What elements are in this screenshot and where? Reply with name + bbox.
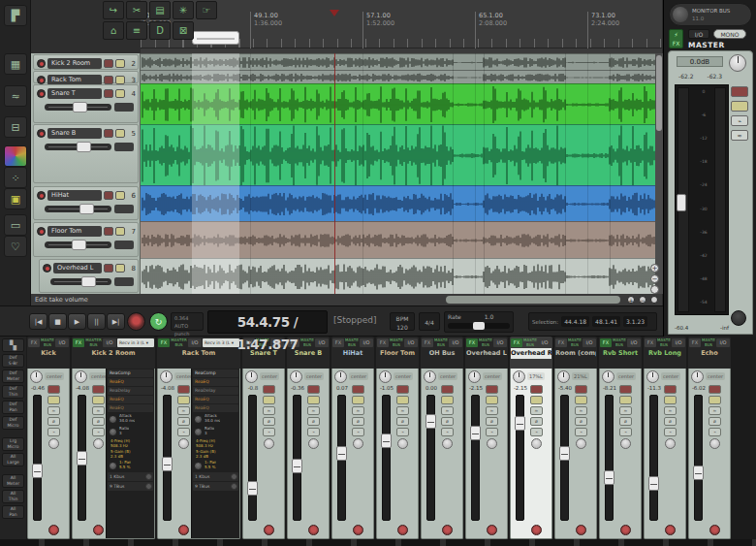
track-io-button[interactable]: [114, 277, 134, 286]
send-slot[interactable]: 9 TBus: [193, 482, 238, 491]
strip-width-knob[interactable]: [709, 438, 720, 449]
strip-name-label[interactable]: Floor Tom: [377, 348, 418, 359]
strip-record-arm-button[interactable]: [487, 525, 497, 535]
mixer-strip-snare-t[interactable]: FXMASTERBUSI/OSnare Tcenter-0.8≈ø⌁: [242, 337, 285, 539]
strip-pan-knob[interactable]: [30, 370, 43, 383]
strip-solo-button[interactable]: [486, 396, 498, 404]
strip-phase-button[interactable]: ø: [396, 417, 409, 426]
strip-recv-button[interactable]: ≈: [619, 406, 632, 415]
strip-pan-knob[interactable]: [379, 370, 392, 383]
strip-env-button[interactable]: ⌁: [396, 428, 409, 436]
strip-name-label[interactable]: Rvb Long: [645, 348, 685, 359]
strip-phase-button[interactable]: ø: [664, 417, 677, 426]
go-to-end-button[interactable]: ▶|: [107, 313, 125, 330]
strip-fader-handle[interactable]: [381, 434, 392, 448]
fx-slot[interactable]: ReaDelay: [193, 387, 238, 395]
mixer-preset-button-lrg-micro[interactable]: LrgMicro: [2, 437, 24, 451]
track-name-label[interactable]: Kick 2 Room: [47, 58, 102, 69]
tcp-mcp-icon[interactable]: ⊟: [4, 116, 27, 138]
mute-button[interactable]: [104, 129, 113, 138]
monitor-icon[interactable]: ▭: [4, 214, 27, 236]
strip-fader-handle[interactable]: [247, 481, 258, 496]
strip-solo-button[interactable]: [47, 396, 60, 404]
strip-pan-knob[interactable]: [424, 370, 436, 383]
strip-record-arm-button[interactable]: [709, 525, 720, 535]
strip-recv-button[interactable]: ≈: [263, 406, 275, 415]
mixer-preset-button-def-s-br[interactable]: DefS-Br: [2, 354, 24, 368]
strip-fader[interactable]: [382, 395, 391, 521]
record-arm-button[interactable]: [37, 191, 46, 200]
fx-param-readout[interactable]: 4-Freq (H)508.3 Hz: [108, 438, 153, 448]
mixer-strip-kick[interactable]: FXMASTERBUSI/OKickcenter-0.46≈ø⌁: [27, 337, 70, 539]
master-meter[interactable]: 0-6-12-18-24-30-36-42-48-54: [675, 84, 729, 315]
stop-button[interactable]: ■: [48, 313, 67, 330]
strip-fader-handle[interactable]: [648, 476, 659, 491]
fx-slot[interactable]: ReaEQ: [193, 396, 238, 403]
bpm-box[interactable]: BPM 120: [390, 312, 415, 331]
monitor-fx-slot[interactable]: MONITOR BUS 11.0: [669, 3, 752, 26]
strip-record-arm-button[interactable]: [576, 525, 586, 535]
strip-solo-button[interactable]: [619, 396, 632, 404]
strip-record-arm-button[interactable]: [353, 525, 363, 535]
fx-pan-knob[interactable]: [109, 462, 117, 470]
strip-recv-button[interactable]: ≈: [177, 406, 190, 415]
rate-slider-handle[interactable]: [473, 322, 485, 330]
record-arm-button[interactable]: [37, 227, 46, 236]
strip-mute-button[interactable]: [92, 385, 105, 394]
strip-phase-button[interactable]: ø: [352, 417, 364, 426]
solo-button[interactable]: [115, 129, 125, 138]
strip-mute-button[interactable]: [352, 385, 364, 394]
fx-param-knob-row[interactable]: Attack34.0 ms: [108, 413, 153, 425]
strip-width-knob[interactable]: [665, 438, 676, 449]
track-name-label[interactable]: Snare T: [47, 88, 102, 99]
strip-fader-handle[interactable]: [604, 470, 614, 485]
vertical-scrollbar[interactable]: [655, 53, 663, 294]
strip-fader[interactable]: [471, 395, 480, 521]
strip-fx-button[interactable]: FX: [645, 338, 656, 347]
zoom-out-button[interactable]: −: [650, 274, 659, 283]
strip-pan-knob[interactable]: [160, 370, 173, 383]
strip-width-knob[interactable]: [576, 438, 586, 449]
strip-record-arm-button[interactable]: [178, 525, 189, 535]
strip-record-arm-button[interactable]: [531, 525, 542, 535]
strip-solo-button[interactable]: [441, 396, 454, 404]
strip-pan-knob[interactable]: [290, 370, 302, 383]
mute-button[interactable]: [104, 264, 113, 273]
strip-width-knob[interactable]: [93, 438, 104, 449]
strip-io-button[interactable]: I/O: [716, 338, 730, 347]
preroll-indicator[interactable]: 0.364 AUTO punch: [171, 312, 204, 331]
strip-record-arm-button[interactable]: [397, 525, 408, 535]
strip-solo-button[interactable]: [307, 396, 320, 404]
track-row-floor-tom[interactable]: Floor Tom7: [33, 222, 139, 257]
strip-receive-combo[interactable]: Recv in 3 (L ▾: [117, 338, 154, 347]
mixer-strip-hihat[interactable]: FXMASTERBUSI/OHiHatcenter0.07≈ø⌁: [331, 337, 374, 539]
track-row-rack-tom[interactable]: Rack Tom3: [33, 71, 139, 83]
master-width-knob[interactable]: [731, 310, 746, 326]
fx-param-knob-row[interactable]: Ratio3: [193, 426, 238, 437]
mixer-preset-button-all-meter[interactable]: AllMeter: [2, 474, 24, 488]
strip-fx-button[interactable]: FX: [555, 338, 567, 347]
media-explorer-icon[interactable]: ▦: [4, 53, 27, 75]
strip-width-knob[interactable]: [531, 438, 542, 449]
arrange-view[interactable]: [141, 53, 662, 294]
strip-env-button[interactable]: ⌁: [352, 428, 364, 436]
strip-recv-button[interactable]: ≈: [575, 406, 587, 415]
strip-pan-knob[interactable]: [646, 370, 659, 383]
playhead-marker[interactable]: [330, 10, 339, 16]
mixer-preset-button-def-meter[interactable]: DefMeter: [2, 369, 24, 383]
strip-io-button[interactable]: I/O: [188, 338, 202, 347]
strip-mute-button[interactable]: [47, 385, 60, 394]
strip-fader[interactable]: [694, 395, 703, 521]
track-row-kick-2-room[interactable]: Kick 2 Room2: [33, 54, 139, 70]
strip-io-button[interactable]: I/O: [583, 338, 596, 347]
strip-fader[interactable]: [78, 395, 86, 521]
mixer-preset-button-def-micro[interactable]: DefMicro: [2, 416, 24, 430]
strip-mute-button[interactable]: [263, 385, 275, 394]
strip-fx-button[interactable]: FX: [377, 338, 389, 347]
strip-env-button[interactable]: ⌁: [530, 428, 543, 436]
track-io-button[interactable]: [114, 143, 134, 151]
strip-mute-button[interactable]: [530, 385, 543, 394]
solo-button[interactable]: [115, 89, 125, 98]
strip-fader[interactable]: [649, 395, 658, 521]
strip-fader[interactable]: [605, 395, 614, 521]
